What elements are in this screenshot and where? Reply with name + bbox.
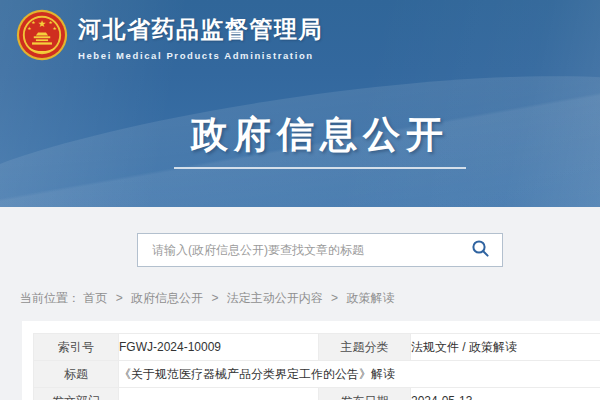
breadcrumb-item-statutory-disclosure[interactable]: 法定主动公开内容 <box>227 291 323 305</box>
national-emblem-icon: ★ ★ ★ ★ ★ <box>16 9 68 65</box>
topic-category-value: 法规文件 / 政策解读 <box>411 334 600 361</box>
search-button[interactable] <box>469 237 492 263</box>
issuing-department-value <box>119 388 319 400</box>
org-name-en: Hebei Medical Products Administration <box>78 50 323 61</box>
publish-date-value: 2024-05-13 <box>411 388 600 400</box>
content-panel: 索引号 FGWJ-2024-10009 主题分类 法规文件 / 政策解读 标题 … <box>22 321 600 400</box>
title-underline <box>174 167 466 169</box>
breadcrumb-item-home[interactable]: 首页 <box>83 291 107 305</box>
search-bar <box>137 233 503 267</box>
site-logo-link[interactable]: ★ ★ ★ ★ ★ 河北省药品监督管理局 Hebei Medical Pro <box>16 9 323 65</box>
breadcrumb-prefix: 当前位置： <box>20 291 80 305</box>
title-value: 《关于规范医疗器械产品分类界定工作的公告》解读 <box>119 361 600 388</box>
svg-text:★: ★ <box>49 20 53 25</box>
breadcrumb-item-policy-interpretation[interactable]: 政策解读 <box>346 291 394 305</box>
document-meta-table: 索引号 FGWJ-2024-10009 主题分类 法规文件 / 政策解读 标题 … <box>33 333 600 400</box>
publish-date-label: 发布日期 <box>319 388 411 400</box>
index-number-value: FGWJ-2024-10009 <box>119 334 319 361</box>
svg-text:★: ★ <box>52 26 56 31</box>
breadcrumb-item-info-disclosure[interactable]: 政府信息公开 <box>131 291 203 305</box>
table-row: 索引号 FGWJ-2024-10009 主题分类 法规文件 / 政策解读 <box>34 334 600 361</box>
issuing-department-label: 发文部门 <box>34 388 119 400</box>
search-icon <box>471 239 490 261</box>
table-row: 标题 《关于规范医疗器械产品分类界定工作的公告》解读 <box>34 361 600 388</box>
page: ★ ★ ★ ★ ★ 河北省药品监督管理局 Hebei Medical Pro <box>0 0 600 400</box>
breadcrumb-separator: > <box>116 291 123 305</box>
page-title: 政府信息公开 <box>0 110 600 160</box>
svg-text:★: ★ <box>38 18 47 29</box>
site-title: 河北省药品监督管理局 Hebei Medical Products Admini… <box>78 14 323 61</box>
svg-text:★: ★ <box>27 26 31 31</box>
svg-text:★: ★ <box>31 20 35 25</box>
breadcrumb-separator: > <box>211 291 218 305</box>
table-row: 发文部门 发布日期 2024-05-13 <box>34 388 600 400</box>
search-input[interactable] <box>150 242 469 258</box>
breadcrumb-separator: > <box>331 291 338 305</box>
header-banner: ★ ★ ★ ★ ★ 河北省药品监督管理局 Hebei Medical Pro <box>0 0 600 207</box>
title-label: 标题 <box>34 361 119 388</box>
search-section <box>0 207 600 267</box>
org-name-cn: 河北省药品监督管理局 <box>78 14 323 45</box>
topic-category-label: 主题分类 <box>319 334 411 361</box>
breadcrumb: 当前位置： 首页 > 政府信息公开 > 法定主动公开内容 > 政策解读 <box>20 290 600 307</box>
index-number-label: 索引号 <box>34 334 119 361</box>
browser-viewport: ★ ★ ★ ★ ★ 河北省药品监督管理局 Hebei Medical Pro <box>0 0 600 400</box>
